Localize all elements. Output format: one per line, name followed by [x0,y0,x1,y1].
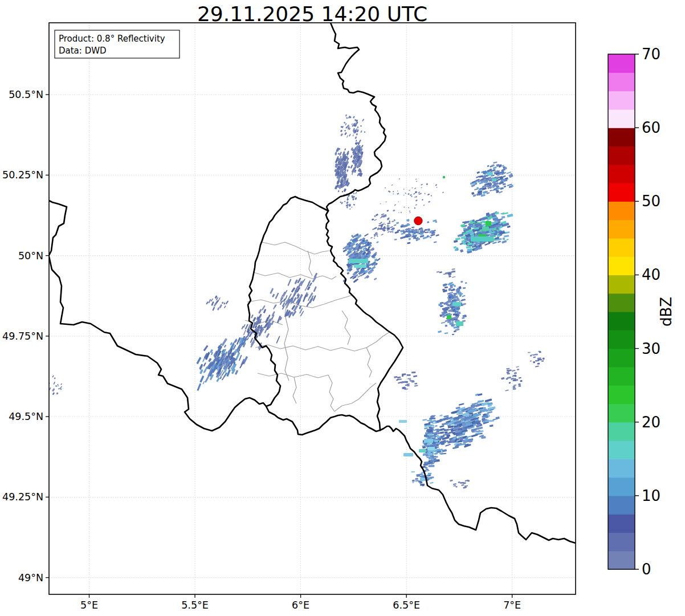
axis-ticks [46,95,512,598]
echo-streak [372,218,374,221]
echo-streak [462,295,466,297]
echo-streak [458,482,460,483]
echo-streak [428,473,432,475]
echo-streak [270,288,274,294]
echo-streak [53,382,55,385]
echo-streak [435,234,439,236]
echo-streak [445,431,448,434]
echo-streak [421,187,422,188]
echo-streak [442,313,445,316]
echo-streak [403,206,405,207]
echo-streak [344,130,346,132]
echo-streak [403,189,405,190]
echo-streak [56,392,58,394]
echo-streak [356,140,357,142]
echo-streak [430,418,435,419]
echo-streak [418,191,421,193]
echo-streak [206,301,208,304]
echo-streak [394,231,399,234]
canton-border [293,377,296,403]
echo-streak [462,317,464,319]
echo-streak [387,222,390,225]
echo-streak [217,307,219,311]
echo-cluster-sparse-field [380,178,444,213]
echo-streak [349,134,350,137]
echo-streak [448,288,451,291]
echo-streak [273,305,276,310]
echo-streak [434,241,437,243]
echo-streak [203,369,206,373]
echo-streak [466,246,471,248]
echo-streak [509,382,511,384]
echo-streak [438,304,442,307]
colorbar-segment [608,220,635,239]
echo-streak [52,375,54,377]
colorbar-tick-label: 20 [642,414,660,431]
echo-streak [205,377,209,383]
echo-streak [397,190,398,191]
echo-streak [423,236,427,239]
colorbar-segment [608,128,635,146]
echo-streak [427,434,433,436]
echo-streak [533,354,536,356]
echo-streak [421,474,424,475]
echo-streak [413,232,415,234]
echo-streak [428,229,430,231]
echo-streak [350,165,353,169]
echo-accent [471,236,494,242]
colorbar-segment [608,183,635,202]
colorbar-segment [608,330,635,349]
echo-streak [408,207,409,208]
echo-streak [514,372,517,374]
echo-streak [513,385,516,386]
echo-accent [456,321,463,326]
echo-streak [485,416,488,418]
echo-streak [199,369,203,374]
echo-streak [346,169,348,172]
echo-streak [394,204,397,206]
echo-streak [430,482,434,484]
echo-streak [364,131,365,133]
echo-streak [351,123,353,125]
echo-streak [345,123,347,126]
echo-streak [407,378,411,380]
colorbar-segment [608,201,635,220]
lon-tick-label: 5.5°E [181,599,209,611]
echo-streak [413,193,415,195]
echo-streak [439,271,442,273]
colorbar-tick-label: 40 [642,266,660,283]
echo-streak [409,212,411,213]
echo-streak [463,482,466,484]
echo-streak [406,384,410,385]
echo-streak [374,227,377,229]
echo-streak [501,240,507,243]
echo-cluster-west-specks [206,295,229,311]
echo-streak [407,374,411,376]
echo-streak [340,156,342,158]
echo-streak [351,206,353,208]
echo-streak [350,155,353,158]
echo-streak [303,295,307,302]
echo-cluster-se-upper-scatter [501,366,522,391]
echo-accent [424,439,433,443]
colorbar-segment [608,551,635,570]
echo-streak [266,333,270,338]
echo-streak [464,438,468,440]
canton-border [335,383,376,411]
echo-streak [436,187,437,188]
echo-streak [424,426,426,427]
echo-streak [538,351,540,352]
echo-streak [385,187,386,189]
echo-streak [415,478,418,480]
echo-streak [408,238,411,240]
echo-streak [392,231,393,233]
product-info-line2: Data: DWD [59,46,107,56]
echo-streak [427,221,429,223]
echo-streak [450,479,453,482]
echo-accent [447,315,451,319]
echo-cluster-sw-dense [196,336,248,391]
colorbar-segment [608,72,635,91]
echo-cluster-se-bottom-bits [450,479,470,488]
echo-streak [357,127,358,129]
echo-streak [377,235,378,237]
